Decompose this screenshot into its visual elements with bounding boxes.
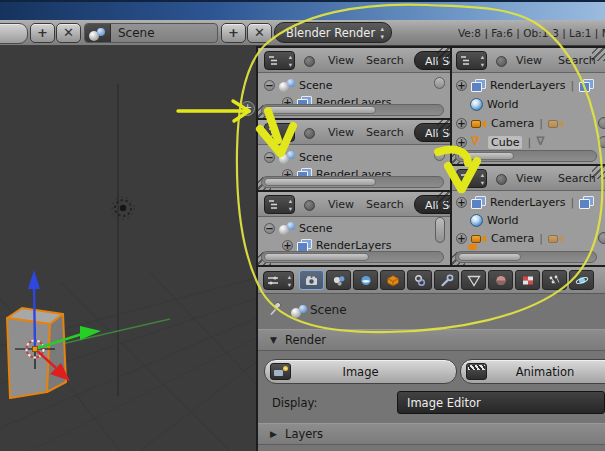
vertical-scrollbar[interactable] (435, 217, 445, 243)
pin-icon[interactable] (268, 301, 284, 317)
view-menu[interactable]: View (328, 54, 354, 67)
expand-toggle[interactable]: + (282, 240, 293, 251)
camera-data-icon[interactable] (548, 117, 564, 129)
tab-scene[interactable] (326, 270, 351, 290)
menu-collapse-icon[interactable] (304, 128, 315, 139)
editor-type-button[interactable]: ▴▾ (263, 271, 294, 290)
outliner-row-scene[interactable]: − Scene (264, 149, 333, 165)
tab-physics[interactable] (569, 270, 594, 290)
menu-collapse-icon[interactable] (304, 56, 315, 67)
tab-modifiers[interactable] (434, 270, 459, 290)
mesh-data-icon[interactable]: ∇ (536, 136, 549, 148)
tab-render[interactable] (299, 270, 324, 290)
editor-type-button[interactable]: ▴▾ (264, 123, 295, 142)
view-menu[interactable]: View (516, 172, 542, 185)
panel-open-arrow-icon[interactable]: ▼ (270, 335, 277, 345)
render-panel-title[interactable]: Render (285, 333, 326, 347)
lamp-object[interactable] (112, 197, 134, 219)
horizontal-scrollbar[interactable] (455, 150, 597, 162)
scrollbar-thumb[interactable] (264, 253, 369, 261)
editor-type-button[interactable]: ▴▾ (264, 51, 295, 70)
scrollbar-thumb[interactable] (458, 152, 514, 160)
tab-world[interactable] (353, 270, 378, 290)
search-menu[interactable]: Search (558, 54, 596, 67)
scrollbar-thumb[interactable] (264, 106, 376, 114)
render-panel-header[interactable]: ▼ Render (258, 329, 605, 351)
restrict-toggle-icon[interactable] (598, 136, 605, 148)
outliner-row-renderlayers[interactable]: + RenderLayers | (456, 194, 594, 210)
renderlayers-data-icon[interactable] (579, 79, 594, 92)
outliner-row-scene[interactable]: − Scene (264, 220, 333, 236)
renderlayers-data-icon[interactable] (579, 196, 594, 209)
region-expand-button[interactable]: + (240, 101, 255, 116)
search-menu[interactable]: Search (366, 198, 404, 211)
add-layout-button[interactable]: + (30, 23, 55, 43)
outliner-row-world[interactable]: World (470, 96, 519, 112)
expand-toggle[interactable]: + (456, 197, 467, 208)
outliner-row-cube[interactable]: + ∇ Cube | ∇ (456, 134, 549, 150)
scene-datablock-button[interactable] (85, 24, 111, 42)
menu-collapse-icon[interactable] (304, 200, 315, 211)
vertical-scrollbar[interactable] (434, 77, 445, 89)
outliner-row-scene[interactable]: − Scene (264, 77, 333, 93)
outliner-row-world[interactable]: World (470, 212, 519, 228)
editor-type-button[interactable]: ▴▾ (264, 195, 295, 214)
panel-resize-corner[interactable] (592, 48, 605, 61)
render-animation-button[interactable]: Animation (460, 359, 605, 384)
collapse-toggle[interactable]: − (264, 223, 275, 234)
breadcrumb-scene-label[interactable]: Scene (310, 303, 347, 317)
scrollbar-thumb[interactable] (458, 253, 521, 261)
tab-object-data[interactable] (461, 270, 486, 290)
outliner-row-camera[interactable]: + Camera | (456, 115, 564, 131)
view-menu[interactable]: View (328, 198, 354, 211)
menu-collapse-icon[interactable] (496, 56, 507, 67)
panel-resize-corner[interactable] (437, 48, 450, 61)
z-axis-arrow[interactable] (28, 270, 40, 289)
horizontal-scrollbar[interactable] (455, 251, 597, 263)
vertical-scrollbar[interactable] (434, 149, 445, 161)
scene-icon[interactable] (291, 305, 307, 318)
outliner-row-renderlayers[interactable]: + RenderLayers | (456, 77, 594, 93)
add-scene-button[interactable]: + (221, 23, 246, 43)
screen-layout-selector-partial[interactable] (0, 23, 28, 44)
panel-resize-corner[interactable] (437, 192, 450, 205)
view-menu[interactable]: View (516, 54, 542, 67)
restrict-toggle-icon[interactable] (598, 232, 605, 244)
view-menu[interactable]: View (328, 126, 354, 139)
expand-toggle[interactable]: + (456, 233, 467, 244)
editor-type-button[interactable]: ▴▾ (456, 169, 487, 188)
tab-object[interactable] (380, 270, 405, 290)
horizontal-scrollbar[interactable] (261, 176, 444, 188)
panel-closed-arrow-icon[interactable]: ▶ (270, 429, 277, 439)
horizontal-scrollbar[interactable] (261, 104, 444, 116)
menu-collapse-icon[interactable] (496, 174, 507, 185)
camera-data-icon[interactable] (548, 232, 564, 244)
window-title-bar[interactable] (0, 0, 605, 20)
search-menu[interactable]: Search (366, 54, 404, 67)
tab-particles[interactable] (542, 270, 567, 290)
editor-type-button[interactable]: ▴▾ (456, 51, 487, 70)
search-menu[interactable]: Search (366, 126, 404, 139)
scene-name[interactable]: Scene (118, 26, 155, 40)
display-mode-dropdown[interactable]: Image Editor (397, 391, 605, 414)
cube-object[interactable] (7, 308, 66, 398)
layers-panel-title[interactable]: Layers (285, 427, 323, 441)
close-layout-button[interactable]: ✕ (56, 23, 81, 43)
tab-texture[interactable] (515, 270, 540, 290)
tab-material[interactable] (488, 270, 513, 290)
render-engine-dropdown[interactable]: Blender Render ▴▾ (274, 22, 392, 43)
layers-panel-header[interactable]: ▶ Layers (258, 423, 605, 445)
expand-toggle[interactable]: + (456, 80, 467, 91)
scene-selector[interactable]: Scene (84, 23, 218, 43)
tab-constraints[interactable] (407, 270, 432, 290)
panel-resize-corner[interactable] (592, 166, 605, 179)
viewport-3d[interactable]: + (0, 46, 256, 451)
collapse-toggle[interactable]: − (264, 80, 275, 91)
panel-resize-corner[interactable] (437, 120, 450, 133)
horizontal-scrollbar[interactable] (261, 251, 444, 263)
restrict-toggle-icon[interactable] (598, 117, 605, 129)
expand-toggle[interactable]: + (456, 118, 467, 129)
scrollbar-thumb[interactable] (264, 178, 376, 186)
render-image-button[interactable]: Image (264, 359, 457, 384)
collapse-toggle[interactable]: − (264, 152, 275, 163)
